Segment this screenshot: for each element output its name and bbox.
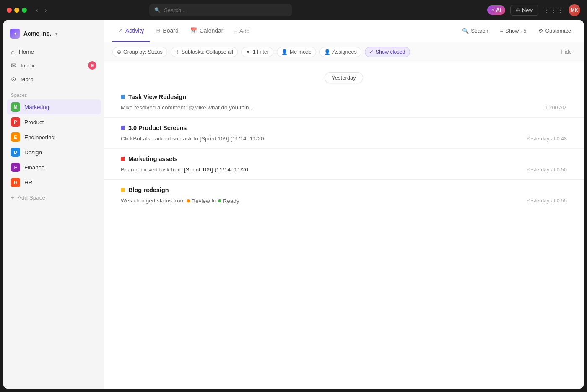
- back-button[interactable]: ‹: [34, 6, 41, 14]
- sidebar-item-hr[interactable]: H HR: [7, 175, 101, 190]
- filter-filter[interactable]: ▼ 1 Filter: [241, 47, 273, 57]
- activity-title-row: Marketing assets: [121, 156, 567, 162]
- filter-icon: ▼: [246, 49, 251, 55]
- space-avatar: H: [11, 178, 20, 187]
- me-mode-icon: 👤: [281, 49, 288, 55]
- nav-arrows: ‹ ›: [34, 6, 49, 14]
- tab-add-label: Add: [239, 28, 250, 34]
- sidebar-item-engineering[interactable]: E Engineering: [7, 130, 101, 145]
- activity-description: Brian removed task from [Sprint 109] (11…: [121, 166, 248, 173]
- sidebar-item-product[interactable]: P Product: [7, 114, 101, 130]
- activity-description: Wes changed status from Review to Ready: [121, 197, 239, 204]
- activity-item: 3.0 Product Screens ClickBot also added …: [104, 118, 584, 149]
- tab-label: Board: [163, 27, 178, 34]
- sidebar-item-design[interactable]: D Design: [7, 145, 101, 160]
- activity-time: Yesterday at 0:55: [526, 198, 567, 204]
- tab-add[interactable]: + Add: [229, 20, 255, 42]
- traffic-light-maximize[interactable]: [22, 8, 27, 13]
- workspace-header[interactable]: ✦ Acme Inc. ▾: [3, 25, 104, 44]
- activity-title-row: Task View Redesign: [121, 93, 567, 100]
- ai-badge[interactable]: ○ AI: [487, 5, 505, 15]
- search-button[interactable]: 🔍 Search: [458, 26, 492, 36]
- global-search-input[interactable]: [164, 7, 287, 13]
- sidebar-item-more[interactable]: ⊙ More: [7, 73, 101, 86]
- ai-label: AI: [496, 7, 501, 13]
- tab-activity[interactable]: ↗ Activity: [112, 20, 150, 42]
- logo-icon: ✦: [13, 31, 17, 36]
- activity-description: ClickBot also added subtask to [Sprint 1…: [121, 135, 264, 142]
- titlebar-right: ○ AI ⊕ New ⋮⋮⋮ MK: [487, 4, 580, 16]
- inbox-badge: 9: [88, 61, 96, 70]
- sidebar-item-label: Inbox: [21, 62, 34, 69]
- activity-content: Yesterday Task View Redesign Mike resolv…: [104, 62, 584, 389]
- tab-calendar[interactable]: 📅 Calendar: [184, 20, 229, 42]
- sidebar-item-label: Home: [19, 49, 34, 55]
- add-space-label: Add Space: [18, 195, 45, 201]
- customize-button[interactable]: ⚙ Customize: [534, 26, 575, 36]
- space-avatar: D: [11, 148, 20, 157]
- activity-icon: ↗: [118, 27, 123, 34]
- sidebar: ✦ Acme Inc. ▾ ⌂ Home ✉ Inbox 9 ⊙ More Sp…: [3, 20, 104, 389]
- activity-title-row: 3.0 Product Screens: [121, 125, 567, 131]
- show-icon: ≡: [500, 28, 503, 34]
- filter-me-mode[interactable]: 👤 Me mode: [277, 47, 316, 57]
- date-divider: Yesterday: [104, 62, 584, 87]
- titlebar: ‹ › 🔍 ○ AI ⊕ New ⋮⋮⋮ MK: [0, 0, 587, 20]
- sidebar-item-label: More: [21, 76, 34, 83]
- activity-time: Yesterday at 0:50: [526, 167, 567, 173]
- app-body: ✦ Acme Inc. ▾ ⌂ Home ✉ Inbox 9 ⊙ More Sp…: [3, 20, 584, 389]
- filter-group-by-status[interactable]: ⊛ Group by: Status: [112, 47, 167, 57]
- filter-bar: ⊛ Group by: Status ⊹ Subtasks: Collapse …: [104, 42, 584, 62]
- task-color-dot: [121, 157, 125, 161]
- space-label: Engineering: [24, 134, 55, 140]
- filter-subtasks-collapse[interactable]: ⊹ Subtasks: Collapse all: [171, 47, 238, 57]
- add-space-button[interactable]: + Add Space: [3, 192, 104, 204]
- chevron-down-icon: ▾: [55, 31, 57, 36]
- group-icon: ⊛: [117, 49, 121, 55]
- status-dot-to: [218, 199, 221, 202]
- space-avatar: M: [11, 102, 20, 112]
- show-button[interactable]: ≡ Show · 5: [496, 26, 530, 36]
- traffic-light-close[interactable]: [7, 8, 12, 13]
- activity-detail-row: Mike resolved a comment: @Mike what do y…: [121, 104, 567, 117]
- grid-icon[interactable]: ⋮⋮⋮: [543, 6, 564, 14]
- task-color-dot: [121, 188, 125, 192]
- status-from: Review: [187, 198, 210, 204]
- filter-assignees[interactable]: 👤 Assignees: [319, 47, 361, 57]
- tab-board[interactable]: ⊞ Board: [150, 20, 184, 42]
- avatar[interactable]: MK: [569, 4, 580, 16]
- space-avatar: E: [11, 132, 20, 142]
- sidebar-item-finance[interactable]: F Finance: [7, 160, 101, 175]
- activity-task-title[interactable]: Marketing assets: [128, 156, 178, 162]
- filter-show-closed[interactable]: ✓ Show closed: [365, 47, 410, 57]
- tab-label: Calendar: [200, 27, 223, 34]
- filter-label: Subtasks: Collapse all: [182, 49, 233, 55]
- space-label: Design: [24, 149, 42, 156]
- global-search-bar[interactable]: 🔍: [149, 4, 292, 16]
- space-label: Marketing: [24, 104, 49, 110]
- sidebar-nav: ⌂ Home ✉ Inbox 9 ⊙ More: [3, 44, 104, 88]
- traffic-light-minimize[interactable]: [14, 8, 19, 13]
- activity-task-title[interactable]: 3.0 Product Screens: [128, 125, 187, 131]
- activity-item: Task View Redesign Mike resolved a comme…: [104, 87, 584, 118]
- filter-label: Group by: Status: [123, 49, 163, 55]
- show-closed-icon: ✓: [369, 49, 374, 55]
- sidebar-item-inbox[interactable]: ✉ Inbox 9: [7, 58, 101, 73]
- plus-icon: +: [234, 28, 238, 34]
- activity-detail-row: Brian removed task from [Sprint 109] (11…: [121, 166, 567, 179]
- new-button[interactable]: ⊕ New: [510, 5, 538, 16]
- sidebar-item-home[interactable]: ⌂ Home: [7, 45, 101, 58]
- gear-icon: ⚙: [538, 28, 543, 34]
- filter-label: 1 Filter: [253, 49, 269, 55]
- forward-button[interactable]: ›: [42, 6, 49, 14]
- sidebar-item-marketing[interactable]: M Marketing: [7, 99, 101, 114]
- workspace-logo: ✦: [10, 29, 20, 39]
- activity-task-title[interactable]: Task View Redesign: [128, 93, 186, 100]
- activity-task-title[interactable]: Blog redesign: [128, 187, 169, 193]
- date-pill: Yesterday: [325, 72, 363, 83]
- more-icon: ⊙: [11, 75, 16, 83]
- home-icon: ⌂: [11, 48, 15, 55]
- status-to: Ready: [218, 198, 239, 204]
- hide-button[interactable]: Hide: [557, 47, 575, 57]
- inbox-icon: ✉: [11, 62, 16, 69]
